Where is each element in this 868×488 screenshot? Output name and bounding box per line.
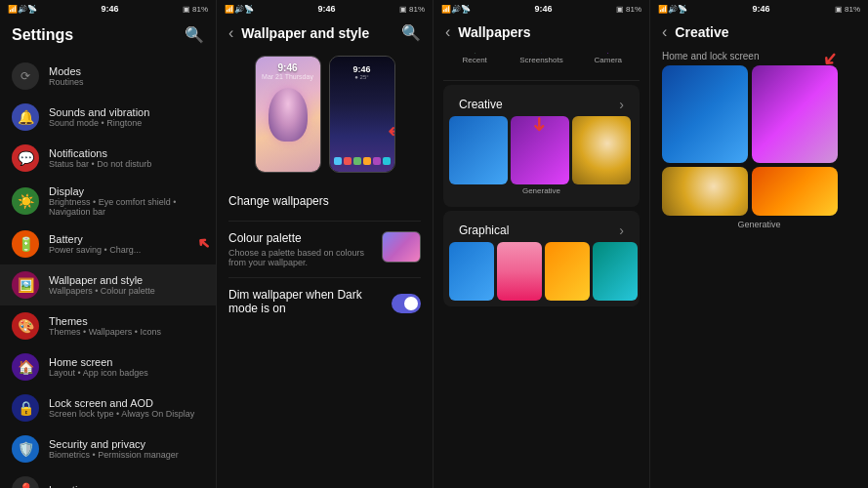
camera-grid bbox=[607, 53, 608, 54]
creative-section-title: Creative bbox=[459, 98, 503, 111]
phone-icon-red bbox=[344, 157, 351, 165]
screenshots-grid bbox=[541, 53, 542, 54]
colour-palette-label: Colour palette bbox=[228, 231, 374, 245]
battery-title: Battery bbox=[49, 233, 204, 245]
search-icon-2[interactable]: 🔍 bbox=[401, 23, 421, 42]
wallpaper-preview: 9:46 Mar 21 Thursday 9:46 ● 25° bbox=[217, 48, 433, 181]
back-arrow-4[interactable]: ‹ bbox=[662, 23, 667, 41]
sidebar-item-wallpaper[interactable]: 🖼️ Wallpaper and style Wallpapers • Colo… bbox=[0, 264, 216, 305]
phone-icons-2 bbox=[331, 154, 393, 168]
wallpaper-sub: Wallpapers • Colour palette bbox=[49, 286, 204, 296]
sidebar-item-sounds[interactable]: 🔔 Sounds and vibration Sound mode • Ring… bbox=[0, 97, 216, 138]
creative-header: ‹ Creative bbox=[650, 18, 868, 47]
wallpaper-style-header: ‹ Wallpaper and style 🔍 bbox=[217, 18, 433, 48]
back-arrow-2[interactable]: ‹ bbox=[228, 24, 233, 42]
dim-wallpaper-option[interactable]: Dim wallpaper when Dark mode is on bbox=[228, 278, 421, 328]
lockscreen-sub: Screen lock type • Always On Display bbox=[49, 409, 204, 419]
sidebar-item-modes[interactable]: ⟳ Modes Routines bbox=[0, 56, 216, 97]
status-time-4: 9:46 bbox=[752, 4, 769, 14]
creative-lg-img-1[interactable] bbox=[662, 65, 748, 163]
colour-palette-swatch bbox=[382, 231, 421, 263]
phone-icon-yellow bbox=[363, 157, 371, 165]
settings-list: ⟳ Modes Routines 🔔 Sounds and vibration … bbox=[0, 52, 216, 488]
modes-sub: Routines bbox=[49, 77, 204, 87]
graphical-thumb-4[interactable] bbox=[593, 242, 638, 301]
phone-bg-2: 9:46 ● 25° bbox=[330, 57, 394, 172]
creative-lg-img-2[interactable] bbox=[662, 167, 748, 216]
modes-icon: ⟳ bbox=[12, 62, 39, 90]
search-icon[interactable]: 🔍 bbox=[185, 25, 204, 44]
dim-wallpaper-toggle[interactable] bbox=[392, 294, 421, 313]
status-right-3: ▣ 81% bbox=[616, 5, 641, 14]
creative-section-box: Creative › ➜ Generative bbox=[443, 85, 640, 207]
graphical-thumb-2[interactable] bbox=[497, 242, 542, 301]
creative-col-1 bbox=[662, 65, 748, 216]
graphical-thumb-3[interactable] bbox=[545, 242, 590, 301]
wallpapers-header: ‹ Wallpapers bbox=[434, 18, 649, 47]
security-sub: Biometrics • Permission manager bbox=[49, 450, 204, 460]
modes-text: Modes Routines bbox=[49, 65, 204, 87]
graphical-section-arrow[interactable]: › bbox=[619, 223, 624, 238]
recent-category[interactable]: Recent bbox=[443, 53, 506, 64]
themes-title: Themes bbox=[49, 315, 204, 327]
back-arrow-3[interactable]: ‹ bbox=[445, 23, 450, 41]
sidebar-item-lockscreen[interactable]: 🔒 Lock screen and AOD Screen lock type •… bbox=[0, 387, 216, 428]
sounds-text: Sounds and vibration Sound mode • Ringto… bbox=[49, 106, 204, 128]
wallpaper-style-panel: 📶🔊📡 9:46 ▣ 81% ‹ Wallpaper and style 🔍 9… bbox=[217, 0, 434, 488]
battery-text: Battery Power saving • Charg... bbox=[49, 233, 204, 255]
sidebar-item-themes[interactable]: 🎨 Themes Themes • Wallpapers • Icons bbox=[0, 305, 216, 346]
screenshots-category[interactable]: Screenshots bbox=[510, 53, 572, 64]
change-wallpapers-option[interactable]: Change wallpapers bbox=[228, 184, 421, 222]
modes-title: Modes bbox=[49, 65, 204, 77]
creative-lg-img-3[interactable] bbox=[752, 65, 838, 163]
status-battery-4: ▣ 81% bbox=[835, 5, 860, 14]
colour-palette-text: Colour palette Choose a palette based on… bbox=[228, 231, 374, 267]
display-icon: ☀️ bbox=[12, 187, 39, 215]
status-bar-2: 📶🔊📡 9:46 ▣ 81% bbox=[217, 0, 433, 18]
status-bar-3: 📶🔊📡 9:46 ▣ 81% bbox=[434, 0, 649, 18]
sidebar-item-homescreen[interactable]: 🏠 Home screen Layout • App icon badges bbox=[0, 346, 216, 387]
status-left-3: 📶🔊📡 bbox=[441, 5, 471, 14]
notifications-title: Notifications bbox=[49, 147, 204, 159]
security-title: Security and privacy bbox=[49, 438, 204, 450]
colour-palette-option[interactable]: Colour palette Choose a palette based on… bbox=[228, 222, 421, 278]
phone-icon-teal bbox=[383, 157, 391, 165]
phone-preview-1: 9:46 Mar 21 Thursday bbox=[255, 56, 321, 173]
lockscreen-text: Lock screen and AOD Screen lock type • A… bbox=[49, 397, 204, 419]
sidebar-item-location[interactable]: 📍 Location bbox=[0, 469, 216, 488]
location-text: Location bbox=[49, 484, 204, 488]
creative-lg-img-4[interactable] bbox=[752, 167, 838, 216]
wallpapers-panel: 📶🔊📡 9:46 ▣ 81% ‹ Wallpapers Recent bbox=[434, 0, 650, 488]
divider-1 bbox=[443, 80, 640, 81]
generative-big-label: Generative bbox=[650, 216, 868, 231]
sidebar-item-security[interactable]: 🛡️ Security and privacy Biometrics • Per… bbox=[0, 428, 216, 469]
graphical-thumb-1[interactable] bbox=[449, 242, 494, 301]
sidebar-item-battery[interactable]: 🔋 Battery Power saving • Charg... ➜ bbox=[0, 224, 216, 264]
homescreen-text: Home screen Layout • App icon badges bbox=[49, 356, 204, 378]
wallpaper-icon: 🖼️ bbox=[12, 271, 39, 299]
sidebar-item-notifications[interactable]: 💬 Notifications Status bar • Do not dist… bbox=[0, 138, 216, 179]
status-left-2: 📶🔊📡 bbox=[225, 5, 254, 14]
creative-thumb-3[interactable] bbox=[572, 116, 631, 184]
homescreen-sub: Layout • App icon badges bbox=[49, 368, 204, 378]
change-wallpapers-label: Change wallpapers bbox=[228, 194, 421, 208]
creative-thumb-2[interactable]: ➜ bbox=[511, 116, 569, 184]
phone-flower-1 bbox=[269, 88, 308, 142]
dim-wallpaper-label: Dim wallpaper when Dark mode is on bbox=[228, 288, 392, 315]
status-time-3: 9:46 bbox=[534, 4, 552, 14]
recent-thumb bbox=[475, 53, 475, 54]
creative-thumb-1[interactable] bbox=[449, 116, 508, 184]
creative-thumbs-row: ➜ bbox=[449, 116, 634, 184]
status-icons-3: 📶🔊📡 bbox=[441, 5, 471, 14]
themes-sub: Themes • Wallpapers • Icons bbox=[49, 327, 204, 337]
status-bar-1: 📶🔊📡 9:46 ▣ 81% bbox=[0, 0, 216, 18]
camera-category[interactable]: Camera bbox=[577, 53, 640, 64]
location-title: Location bbox=[49, 484, 204, 488]
sidebar-item-display[interactable]: ☀️ Display Brightness • Eye comfort shie… bbox=[0, 179, 216, 224]
creative-section-arrow[interactable]: › bbox=[619, 97, 624, 112]
status-time-2: 9:46 bbox=[317, 4, 335, 14]
screenshots-label: Screenshots bbox=[519, 56, 562, 64]
status-left-4: 📶🔊📡 bbox=[658, 5, 687, 14]
status-bar-4: 📶🔊📡 9:46 ▣ 81% bbox=[650, 0, 868, 18]
phone-date-2: ● 25° bbox=[354, 74, 368, 80]
